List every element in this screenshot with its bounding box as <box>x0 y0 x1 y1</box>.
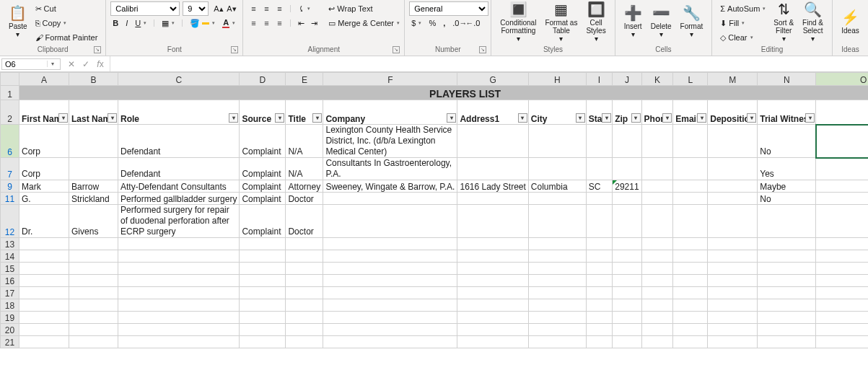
cell[interactable] <box>457 312 528 324</box>
filter-dropdown[interactable]: ▾ <box>805 113 815 123</box>
cell[interactable]: Strickland <box>69 193 118 205</box>
cell[interactable]: Attorney <box>286 180 323 193</box>
cell[interactable]: Givens <box>69 205 118 238</box>
cell[interactable] <box>528 193 586 205</box>
cell[interactable] <box>641 193 673 205</box>
row-header-12[interactable]: 12 <box>1 205 19 238</box>
cell[interactable] <box>673 299 708 312</box>
copy-button[interactable]: ⎘Copy▾ <box>33 17 100 30</box>
cell[interactable] <box>641 287 673 299</box>
cell[interactable] <box>323 205 457 238</box>
cell[interactable] <box>641 158 673 180</box>
row-header-19[interactable]: 19 <box>1 312 19 324</box>
cell[interactable] <box>641 238 673 250</box>
enter-formula-button[interactable]: ✓ <box>81 59 91 69</box>
number-format-select[interactable]: General <box>409 1 488 16</box>
row-header-15[interactable]: 15 <box>1 263 19 275</box>
format-button[interactable]: 🔧Format▾ <box>676 1 708 42</box>
header-cell[interactable]: Address1▾ <box>457 100 528 125</box>
cut-button[interactable]: ✂Cut <box>33 2 100 15</box>
cell[interactable] <box>641 180 673 193</box>
alignment-launcher[interactable]: ↘ <box>393 46 400 53</box>
conditional-formatting-button[interactable]: 🔳Conditional Formatting▾ <box>496 1 540 42</box>
cell[interactable] <box>19 324 69 336</box>
cell[interactable]: Maybe <box>758 180 816 193</box>
cell[interactable] <box>528 299 586 312</box>
row-header-6[interactable]: 6 <box>1 125 19 158</box>
clipboard-launcher[interactable]: ↘ <box>94 46 101 53</box>
col-header-N[interactable]: N <box>758 73 816 86</box>
header-cell[interactable]: Company▾ <box>323 100 457 125</box>
cell[interactable]: Consultants In Gastroenterology, P.A. <box>323 158 457 180</box>
cell[interactable]: No <box>758 193 816 205</box>
cell[interactable] <box>240 238 286 250</box>
cell[interactable] <box>586 250 612 263</box>
cell[interactable] <box>457 263 528 275</box>
cell[interactable]: Atty-Defendant Consultants <box>118 180 240 193</box>
cell[interactable] <box>457 238 528 250</box>
cell[interactable] <box>528 238 586 250</box>
header-cell[interactable]: Source▾ <box>240 100 286 125</box>
cell[interactable] <box>641 125 673 158</box>
cell[interactable]: Doctor <box>286 193 323 205</box>
cell[interactable] <box>286 312 323 324</box>
row-header-1[interactable]: 1 <box>1 86 19 100</box>
cell[interactable] <box>240 263 286 275</box>
cell[interactable] <box>457 125 528 158</box>
cell[interactable] <box>586 312 612 324</box>
cell[interactable] <box>673 238 708 250</box>
cell[interactable] <box>323 312 457 324</box>
cell[interactable]: Columbia <box>528 180 586 193</box>
cell[interactable]: G. <box>19 193 69 205</box>
cell[interactable] <box>457 324 528 336</box>
cell[interactable] <box>528 336 586 348</box>
cell[interactable] <box>528 158 586 180</box>
cell[interactable] <box>673 158 708 180</box>
row-header-13[interactable]: 13 <box>1 238 19 250</box>
cell[interactable] <box>240 287 286 299</box>
cell[interactable] <box>758 275 816 287</box>
cell[interactable] <box>118 287 240 299</box>
name-box-dropdown[interactable]: ▾ <box>47 61 57 67</box>
cell[interactable] <box>69 336 118 348</box>
cell[interactable]: Corp <box>19 125 69 158</box>
cell[interactable] <box>758 263 816 275</box>
header-cell[interactable]: City▾ <box>528 100 586 125</box>
cell[interactable] <box>323 299 457 312</box>
cell[interactable]: Complaint <box>240 180 286 193</box>
cell[interactable] <box>816 299 868 312</box>
cell[interactable] <box>708 250 758 263</box>
delete-button[interactable]: ➖Delete▾ <box>646 1 676 42</box>
ideas-button[interactable]: ⚡Ideas <box>837 1 864 42</box>
cell[interactable]: SC <box>586 180 612 193</box>
col-header-C[interactable]: C <box>118 73 240 86</box>
cell[interactable] <box>286 238 323 250</box>
align-right-button[interactable]: ≡ <box>275 18 285 28</box>
cell[interactable] <box>586 205 612 238</box>
cell[interactable] <box>613 238 641 250</box>
cell[interactable] <box>673 275 708 287</box>
merge-center-button[interactable]: ▭Merge & Center▾ <box>326 17 402 30</box>
cell[interactable] <box>586 125 612 158</box>
cell[interactable] <box>69 250 118 263</box>
cell[interactable] <box>708 287 758 299</box>
filter-dropdown[interactable]: ▾ <box>576 113 585 123</box>
cell[interactable] <box>641 263 673 275</box>
cell[interactable]: Performed surgery for repair of duodenal… <box>118 205 240 238</box>
filter-dropdown[interactable]: ▾ <box>447 113 456 123</box>
cell[interactable] <box>240 250 286 263</box>
cell[interactable]: Defendant <box>118 125 240 158</box>
font-name-select[interactable]: Calibri <box>110 1 180 16</box>
cell[interactable] <box>673 180 708 193</box>
cell[interactable] <box>673 193 708 205</box>
row-header-9[interactable]: 9 <box>1 180 19 193</box>
cell[interactable] <box>816 336 868 348</box>
cell[interactable] <box>457 287 528 299</box>
cell[interactable] <box>69 263 118 275</box>
cell[interactable] <box>758 287 816 299</box>
align-bottom-button[interactable]: ≡ <box>275 4 285 14</box>
cell[interactable] <box>613 275 641 287</box>
number-launcher[interactable]: ↘ <box>479 46 486 53</box>
cell[interactable] <box>673 336 708 348</box>
cell[interactable] <box>286 287 323 299</box>
